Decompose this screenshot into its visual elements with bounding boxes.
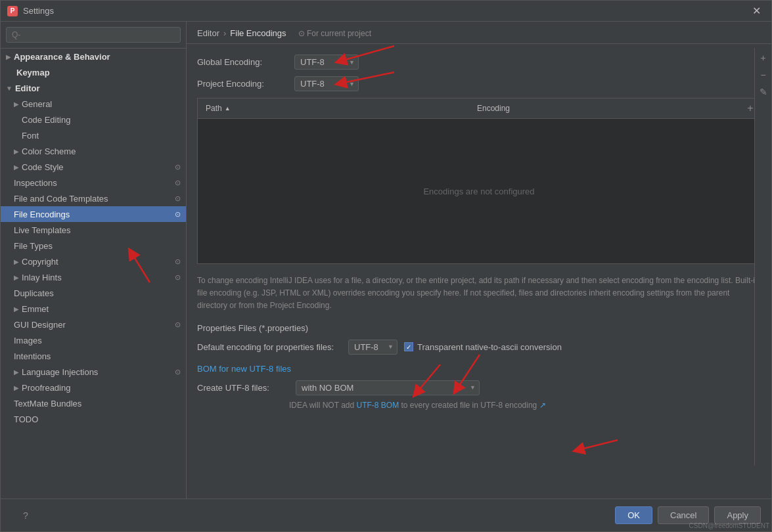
sidebar-item-label: File Encodings: [14, 210, 70, 219]
help-button[interactable]: ?: [11, 507, 40, 524]
sidebar-item-gui-designer[interactable]: GUI Designer ⊙: [1, 317, 186, 332]
sidebar-item-general[interactable]: ▶ General: [1, 96, 186, 112]
expand-arrow-icon: ▶: [6, 53, 11, 60]
bom-select[interactable]: with NO BOM with BOM: [296, 380, 480, 395]
close-button[interactable]: ✕: [748, 3, 765, 18]
copy-icon: ⊙: [175, 179, 181, 187]
bom-link-icon: ↗: [539, 401, 546, 410]
sidebar-item-appearance[interactable]: ▶ Appearance & Behavior: [1, 49, 186, 64]
info-text-content: To change encoding IntelliJ IDEA uses fo…: [197, 276, 760, 310]
sidebar-item-label: TODO: [14, 414, 38, 424]
col-path-label: Path: [206, 104, 222, 113]
bom-select-wrapper: with NO BOM with BOM: [296, 380, 480, 395]
properties-section-title: Properties Files (*.properties): [197, 323, 761, 333]
expand-arrow-icon: ▶: [14, 305, 19, 313]
table-col-encoding: Encoding: [469, 101, 740, 116]
empty-message: Encodings are not configured: [423, 187, 534, 196]
sidebar-item-inspections[interactable]: Inspections ⊙: [1, 175, 186, 190]
transparent-checkbox[interactable]: ✓: [404, 342, 413, 351]
watermark: CSDN@freedomSTUDENT: [689, 522, 769, 529]
sidebar-item-editor[interactable]: ▼ Editor: [1, 80, 186, 96]
global-encoding-label: Global Encoding:: [197, 57, 289, 67]
sidebar-item-label: Code Editing: [22, 115, 70, 125]
breadcrumb-sep: ›: [223, 28, 226, 38]
sidebar-item-todo[interactable]: TODO: [1, 411, 186, 427]
sidebar-item-label: Duplicates: [14, 288, 54, 298]
sidebar-item-textmate-bundles[interactable]: TextMate Bundles: [1, 395, 186, 411]
sidebar-item-code-editing[interactable]: Code Editing: [1, 112, 186, 127]
toolbar-plus-btn[interactable]: +: [758, 51, 767, 65]
copy-icon: ⊙: [175, 210, 181, 219]
copy-icon: ⊙: [175, 321, 181, 329]
cancel-button[interactable]: Cancel: [658, 506, 709, 524]
sidebar-item-label: Copyright: [22, 257, 58, 267]
copy-icon: ⊙: [175, 194, 181, 203]
expand-arrow-icon: ▶: [14, 164, 19, 171]
copy-icon: ⊙: [175, 368, 181, 376]
project-encoding-select[interactable]: UTF-8 UTF-16 ISO-8859-1: [294, 76, 359, 91]
bom-section: BOM for new UTF-8 files Create UTF-8 fil…: [197, 364, 761, 410]
transparent-label: Transparent native-to-ascii conversion: [417, 342, 562, 352]
right-toolbar: + − ✎: [754, 48, 771, 466]
sidebar-item-emmet[interactable]: ▶ Emmet: [1, 301, 186, 317]
copy-icon: ⊙: [175, 273, 181, 282]
sidebar-item-label: Code Style: [22, 162, 64, 172]
apply-button[interactable]: Apply: [714, 506, 761, 524]
breadcrumb-current: File Encodings: [230, 28, 286, 38]
create-utf8-label: Create UTF-8 files:: [197, 383, 289, 393]
expand-arrow-icon: ▶: [14, 100, 19, 108]
global-encoding-row: Global Encoding: UTF-8 UTF-16 ISO-8859-1: [197, 55, 761, 70]
breadcrumb-parent[interactable]: Editor: [197, 28, 219, 38]
window-title: Settings: [23, 6, 748, 16]
sidebar-item-label: Inspections: [14, 178, 57, 188]
sidebar-item-file-types[interactable]: File Types: [1, 238, 186, 254]
sidebar-item-label: Images: [14, 336, 42, 345]
global-encoding-select[interactable]: UTF-8 UTF-16 ISO-8859-1: [294, 55, 359, 70]
transparent-checkbox-label[interactable]: ✓ Transparent native-to-ascii conversion: [404, 342, 562, 352]
sidebar-item-images[interactable]: Images: [1, 332, 186, 348]
nav-tree: ▶ Appearance & Behavior Keymap ▼ Editor …: [1, 49, 186, 499]
sidebar-item-proofreading[interactable]: ▶ Proofreading: [1, 380, 186, 395]
sidebar-item-code-style[interactable]: ▶ Code Style ⊙: [1, 159, 186, 175]
ok-button[interactable]: OK: [615, 506, 652, 524]
bom-info-text: IDEA will NOT add: [289, 401, 354, 410]
sidebar-item-file-code-templates[interactable]: File and Code Templates ⊙: [1, 190, 186, 206]
props-encoding-select[interactable]: UTF-8 UTF-16: [348, 340, 397, 355]
sidebar-item-copyright[interactable]: ▶ Copyright ⊙: [1, 254, 186, 269]
bom-info: IDEA will NOT add UTF-8 BOM to every cre…: [289, 401, 761, 410]
utf8-bom-link[interactable]: UTF-8 BOM: [357, 401, 399, 410]
bom-row: Create UTF-8 files: with NO BOM with BOM: [197, 380, 761, 395]
bottom-bar: ? OK Cancel Apply: [1, 499, 771, 531]
search-input[interactable]: [6, 27, 181, 43]
sidebar-item-language-injections[interactable]: ▶ Language Injections ⊙: [1, 364, 186, 380]
expand-arrow-icon: ▶: [14, 258, 19, 265]
table-col-path[interactable]: Path: [198, 101, 469, 116]
sidebar-item-live-templates[interactable]: Live Templates: [1, 222, 186, 238]
sidebar-item-label: Inlay Hints: [22, 273, 62, 282]
sidebar-item-color-scheme[interactable]: ▶ Color Scheme: [1, 143, 186, 159]
sidebar-item-font[interactable]: Font: [1, 127, 186, 143]
sidebar-item-label: Language Injections: [22, 367, 98, 377]
sidebar-item-duplicates[interactable]: Duplicates: [1, 285, 186, 301]
sidebar-item-keymap[interactable]: Keymap: [1, 64, 186, 80]
sidebar-item-label: GUI Designer: [14, 320, 66, 330]
expand-arrow-icon: ▶: [14, 384, 19, 391]
col-encoding-label: Encoding: [477, 104, 510, 113]
bom-info-text2: to every created file in UTF-8 encoding: [401, 401, 537, 410]
toolbar-minus-btn[interactable]: −: [758, 68, 767, 82]
toolbar-edit-btn[interactable]: ✎: [758, 85, 769, 99]
for-project-label[interactable]: ⊙ For current project: [298, 29, 371, 38]
copy-icon: ⊙: [175, 163, 181, 171]
sidebar-item-file-encodings[interactable]: File Encodings ⊙: [1, 206, 186, 222]
sidebar-item-label: File and Code Templates: [14, 194, 108, 204]
sidebar-item-label: Editor: [15, 83, 40, 93]
sidebar-item-label: Font: [22, 131, 39, 141]
panel-content: Global Encoding: UTF-8 UTF-16 ISO-8859-1…: [187, 44, 771, 499]
project-encoding-select-wrapper: UTF-8 UTF-16 ISO-8859-1: [294, 76, 359, 91]
app-icon: P: [7, 6, 18, 16]
sidebar-item-label: TextMate Bundles: [14, 399, 81, 409]
expand-arrow-icon: ▶: [14, 274, 19, 281]
sidebar-item-intentions[interactable]: Intentions: [1, 348, 186, 364]
sidebar-item-inlay-hints[interactable]: ▶ Inlay Hints ⊙: [1, 269, 186, 285]
sidebar-item-label: Proofreading: [22, 383, 70, 393]
